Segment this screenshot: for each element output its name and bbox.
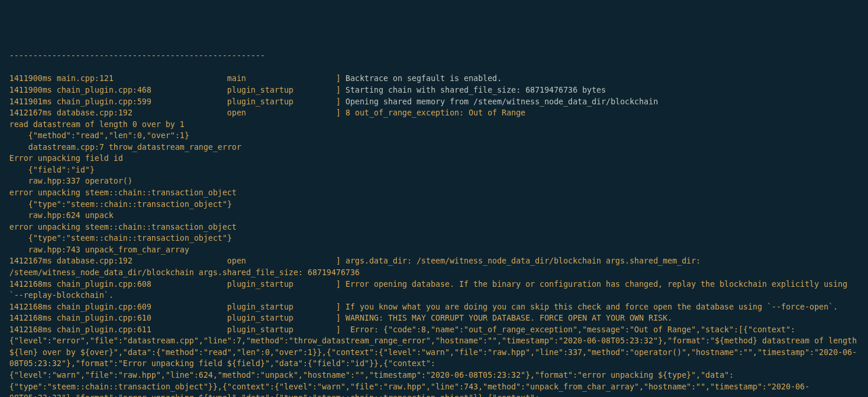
log-line: 1412168ms chain_plugin.cpp:609 plugin_st… xyxy=(9,301,859,313)
log-prefix: 1412167ms database.cpp:192 open ] xyxy=(9,108,345,117)
log-prefix: 1411900ms chain_plugin.cpp:468 plugin_st… xyxy=(9,85,345,94)
log-prefix: 1412168ms chain_plugin.cpp:608 plugin_st… xyxy=(9,279,345,289)
terminal-output: 1411900ms main.cpp:121 main ] Backtrace … xyxy=(9,73,859,397)
log-message: Opening shared memory from /steem/witnes… xyxy=(345,97,658,106)
log-prefix: 1411900ms main.cpp:121 main ] xyxy=(9,73,345,83)
log-line: datastream.cpp:7 throw_datastream_range_… xyxy=(9,142,859,153)
log-line: 1411900ms chain_plugin.cpp:468 plugin_st… xyxy=(9,85,859,96)
log-line: Error unpacking field id xyxy=(9,153,859,164)
log-line: 1412168ms chain_plugin.cpp:610 plugin_st… xyxy=(9,312,859,324)
log-prefix: 1411901ms chain_plugin.cpp:599 plugin_st… xyxy=(9,97,345,106)
log-line: raw.hpp:337 operator() xyxy=(9,175,859,187)
log-line: 1412167ms database.cpp:192 open ] 8 out_… xyxy=(9,107,859,119)
log-line: {"type":"steem::chain::transaction_objec… xyxy=(9,233,859,244)
log-line: error unpacking steem::chain::transactio… xyxy=(9,222,859,233)
log-line: raw.hpp:743 unpack_from_char_array xyxy=(9,244,859,256)
log-line: raw.hpp:624 unpack xyxy=(9,210,859,222)
log-message: Backtrace on segfault is enabled. xyxy=(345,73,502,83)
log-line: read datastream of length 0 over by 1 xyxy=(9,119,859,131)
log-line: 1411900ms main.cpp:121 main ] Backtrace … xyxy=(9,73,859,85)
log-line: 1412167ms database.cpp:192 open ] args.d… xyxy=(9,255,859,278)
log-line: 1411901ms chain_plugin.cpp:599 plugin_st… xyxy=(9,96,859,108)
log-message: Starting chain with shared_file_size: 68… xyxy=(345,85,606,94)
log-prefix: 1412168ms chain_plugin.cpp:611 plugin_st… xyxy=(9,325,345,334)
log-line: {"method":"read","len":0,"over":1} xyxy=(9,130,859,142)
log-message: Error: {"code":8,"name":"out_of_range_ex… xyxy=(9,325,862,397)
separator-line: ----------------------------------------… xyxy=(9,50,859,62)
log-prefix: 1412167ms database.cpp:192 open ] xyxy=(9,256,345,265)
log-message: 8 out_of_range_exception: Out of Range xyxy=(345,108,525,117)
log-line: {"field":"id"} xyxy=(9,164,859,176)
log-prefix: 1412168ms chain_plugin.cpp:609 plugin_st… xyxy=(9,302,345,311)
log-prefix: 1412168ms chain_plugin.cpp:610 plugin_st… xyxy=(9,313,345,322)
log-line: error unpacking steem::chain::transactio… xyxy=(9,187,859,199)
log-message: WARNING: THIS MAY CORRUPT YOUR DATABASE.… xyxy=(345,313,672,322)
log-line: 1412168ms chain_plugin.cpp:608 plugin_st… xyxy=(9,279,859,301)
log-line: 1412168ms chain_plugin.cpp:611 plugin_st… xyxy=(9,324,859,397)
log-line: {"type":"steem::chain::transaction_objec… xyxy=(9,199,859,210)
log-message: If you know what you are doing you can s… xyxy=(345,302,838,311)
